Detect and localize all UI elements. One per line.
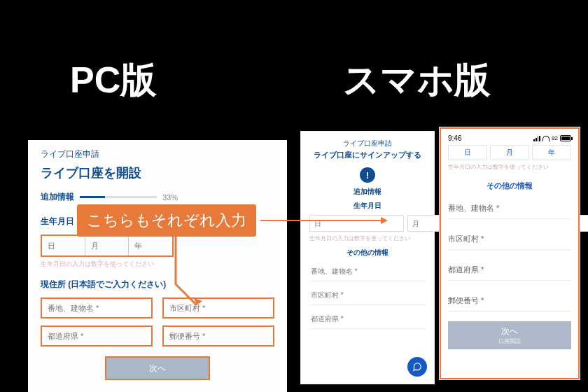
dob-year-input[interactable]: 年 [532, 145, 571, 160]
dob-day-input[interactable] [42, 236, 85, 255]
progress-row: 追加情報 33% [41, 191, 274, 203]
prefecture-input[interactable]: 都道府県 * [309, 309, 426, 329]
annotation-callout: こちらもそれぞれ入力 [77, 204, 386, 237]
address-line-input[interactable]: 番地、建物名 * [448, 198, 571, 219]
dob-year-input[interactable] [129, 236, 172, 255]
heading-smartphone: スマホ版 [343, 56, 491, 105]
battery-percent: 82 [552, 135, 558, 141]
sp-form-scroll-2: 9:46 82 日 月 年 生年月日の入力は数字を使ってください その他の情報 … [440, 127, 580, 379]
progress-bar [80, 196, 157, 198]
status-bar: 9:46 82 [448, 134, 571, 142]
smartphone-panels: ライブ口座申請 ライブ口座にサインアップする ! 追加情報 生年月日 生年月日の… [301, 127, 581, 392]
next-button[interactable]: 次へ [105, 356, 210, 380]
status-time: 9:46 [448, 134, 461, 142]
section-other-info: その他の情報 [309, 248, 426, 258]
sp-form-scroll-1: ライブ口座申請 ライブ口座にサインアップする ! 追加情報 生年月日 生年月日の… [301, 132, 434, 384]
section-other-info: その他の情報 [448, 181, 571, 191]
next-button[interactable]: 次へ 口座開設 [448, 321, 571, 349]
dob-helper-text: 生年月日の入力は数字を使ってください [448, 163, 571, 171]
city-input[interactable]: 市区町村 * [448, 229, 571, 250]
info-icon: ! [360, 167, 375, 183]
postal-code-input[interactable] [162, 326, 274, 346]
section-address: 現住所 (日本語でご入力ください) [41, 279, 274, 290]
pc-form-panel: ライブ口座申請 ライブ口座を開設 追加情報 33% 生年月日 生年月日の入力は数… [28, 140, 287, 392]
breadcrumb: ライブ口座申請 [309, 139, 426, 148]
annotation-text: こちらもそれぞれ入力 [77, 204, 256, 237]
page-title: ライブ口座を開設 [41, 164, 274, 181]
dob-input-group [41, 234, 174, 257]
next-button-label: 次へ [501, 326, 518, 337]
chat-bubble-icon[interactable] [407, 357, 427, 377]
city-input[interactable]: 市区町村 * [309, 286, 426, 305]
progress-label: 追加情報 [309, 187, 426, 197]
address-line-input[interactable]: 番地、建物名 * [309, 262, 426, 281]
signal-icon [533, 136, 540, 141]
dob-day-input[interactable]: 日 [448, 145, 487, 160]
wifi-icon [542, 136, 550, 141]
dob-helper-text: 生年月日の入力は数字を使ってください [41, 260, 274, 269]
breadcrumb: ライブ口座申請 [41, 148, 274, 160]
page-title: ライブ口座にサインアップする [309, 150, 426, 160]
prefecture-input[interactable]: 都道府県 * [448, 260, 571, 281]
progress-percent: 33% [162, 193, 178, 202]
next-button-sublabel: 口座開設 [498, 337, 521, 345]
prefecture-input[interactable] [41, 326, 153, 346]
annotation-arrow-right-icon [260, 220, 386, 221]
progress-label: 追加情報 [41, 191, 74, 203]
heading-pc: PC版 [70, 56, 157, 105]
dob-month-input[interactable]: 月 [490, 145, 529, 160]
address-line-input[interactable] [41, 298, 153, 318]
postal-code-input[interactable]: 郵便番号 * [448, 290, 571, 312]
battery-icon [560, 135, 571, 141]
dob-month-input[interactable] [85, 236, 129, 255]
